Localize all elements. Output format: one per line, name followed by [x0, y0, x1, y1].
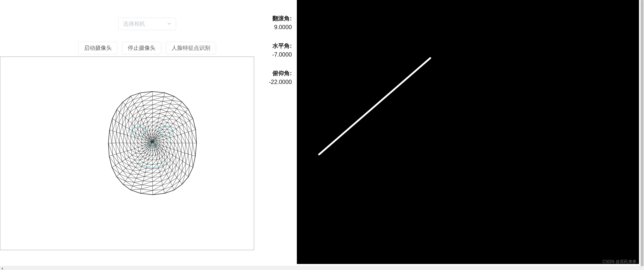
- start-camera-button[interactable]: 启动摄像头: [78, 42, 117, 54]
- pitch-value: -22.0000: [262, 78, 292, 86]
- camera-select-placeholder: 选择相机: [123, 20, 145, 28]
- controls-area: 选择相机 启动摄像头 停止摄像头 人脸特征点识别: [0, 18, 294, 54]
- overlay-line: [319, 58, 430, 154]
- yaw-stat: 水平角: -7.0000: [262, 41, 292, 59]
- horizontal-scrollbar[interactable]: ◀: [0, 266, 644, 270]
- yaw-label: 水平角:: [262, 41, 292, 50]
- chevron-down-icon: [167, 21, 171, 27]
- left-pane: 选择相机 启动摄像头 停止摄像头 人脸特征点识别: [0, 0, 294, 264]
- pitch-stat: 俯仰角: -22.0000: [262, 69, 292, 86]
- camera-select[interactable]: 选择相机: [118, 18, 176, 30]
- watermark-text: CSDN @买药弟弟: [602, 259, 636, 264]
- app-viewport: 选择相机 启动摄像头 停止摄像头 人脸特征点识别 翻滚角: 9.0000: [0, 0, 644, 270]
- roll-value: 9.0000: [262, 23, 292, 32]
- stop-camera-button[interactable]: 停止摄像头: [122, 42, 161, 54]
- face-landmark-label: 人脸特征点识别: [172, 44, 210, 52]
- pitch-label: 俯仰角:: [262, 69, 292, 78]
- vertical-scrollbar-thumb[interactable]: [641, 0, 643, 266]
- angle-stats: 翻滚角: 9.0000 水平角: -7.0000 俯仰角: -22.0000: [262, 14, 292, 96]
- stop-camera-label: 停止摄像头: [128, 44, 155, 52]
- overlay-line-svg: [297, 0, 639, 264]
- three-d-view[interactable]: [297, 0, 639, 264]
- roll-label: 翻滚角:: [262, 14, 292, 23]
- camera-canvas: [0, 57, 254, 250]
- face-mesh-icon: [103, 89, 202, 197]
- roll-stat: 翻滚角: 9.0000: [262, 14, 292, 31]
- camera-select-row: 选择相机: [0, 18, 294, 30]
- vertical-scrollbar[interactable]: [640, 0, 644, 266]
- button-row: 启动摄像头 停止摄像头 人脸特征点识别: [0, 42, 294, 54]
- face-landmark-button[interactable]: 人脸特征点识别: [166, 42, 216, 54]
- scroll-left-icon[interactable]: ◀: [0, 266, 4, 270]
- yaw-value: -7.0000: [262, 50, 292, 59]
- start-camera-label: 启动摄像头: [84, 44, 112, 52]
